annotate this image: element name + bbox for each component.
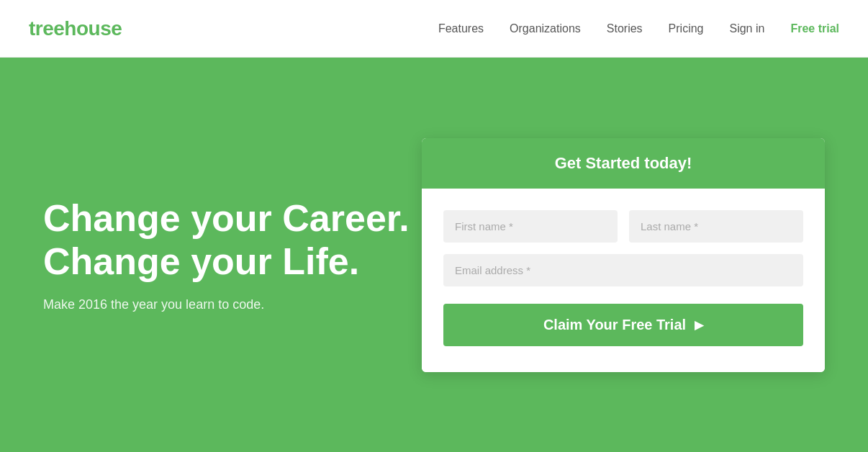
nav-organizations[interactable]: Organizations [510,22,581,35]
first-name-input[interactable] [443,210,618,243]
form-card-body: Claim Your Free Trial ▶ [422,189,825,372]
nav-free-trial[interactable]: Free trial [790,22,839,35]
hero-subtext: Make 2016 the year you learn to code. [43,297,417,312]
signup-form-card: Get Started today! Claim Your Free Trial… [422,138,825,372]
form-card-header: Get Started today! [422,138,825,189]
logo[interactable]: treehouse [29,17,122,40]
name-row [443,210,803,243]
claim-button-label: Claim Your Free Trial [543,317,686,333]
form-card-title: Get Started today! [443,154,803,173]
nav-signin[interactable]: Sign in [729,22,764,35]
last-name-input[interactable] [629,210,803,243]
hero-headline-line1: Change your Career. [43,197,410,239]
nav-features[interactable]: Features [438,22,484,35]
nav: Features Organizations Stories Pricing S… [438,22,839,35]
header: treehouse Features Organizations Stories… [0,0,868,58]
hero-section: Change your Career. Change your Life. Ma… [0,58,868,452]
hero-left: Change your Career. Change your Life. Ma… [43,197,417,313]
claim-free-trial-button[interactable]: Claim Your Free Trial ▶ [443,304,803,346]
nav-pricing[interactable]: Pricing [669,22,704,35]
hero-headline: Change your Career. Change your Life. [43,197,417,284]
email-input[interactable] [443,254,803,286]
claim-button-arrow-icon: ▶ [695,318,703,332]
hero-headline-line2: Change your Life. [43,240,359,282]
nav-stories[interactable]: Stories [607,22,643,35]
